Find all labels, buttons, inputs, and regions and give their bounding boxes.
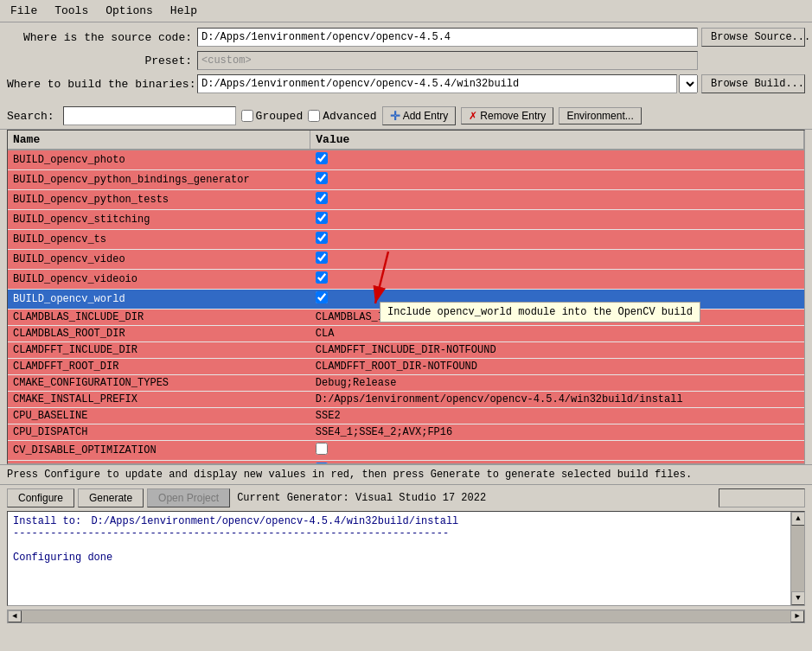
table-cell-value[interactable] (310, 270, 804, 290)
table-row[interactable]: BUILD_opencv_python_bindings_generator (8, 170, 804, 190)
entry-checkbox[interactable] (316, 443, 328, 455)
generate-button[interactable]: Generate (78, 488, 144, 507)
table-area: Name Value BUILD_opencv_photoBUILD_openc… (0, 130, 812, 511)
menu-tools[interactable]: Tools (49, 3, 93, 19)
menubar: File Tools Options Help (0, 0, 812, 22)
table-cell-value: CLAMDFFT_INCLUDE_DIR-NOTFOUND (310, 342, 804, 359)
table-row[interactable]: CLAMDBLAS_ROOT_DIRCLA (8, 326, 804, 342)
entry-checkbox[interactable] (316, 252, 328, 264)
log-scroll-down[interactable]: ▼ (791, 591, 805, 605)
col-header-value: Value (310, 131, 804, 150)
table-cell-value[interactable] (310, 250, 804, 270)
browse-build-button[interactable]: Browse Build... (701, 74, 805, 93)
table-cell-value[interactable] (310, 170, 804, 190)
table-cell-name: BUILD_opencv_videoio (8, 270, 310, 290)
log-line1: Install to: D:/Apps/1environment/opencv/… (13, 515, 785, 527)
entry-checkbox[interactable] (316, 152, 328, 164)
entry-checkbox[interactable] (316, 212, 328, 224)
advanced-label: Advanced (323, 110, 376, 123)
table-row[interactable]: BUILD_opencv_video (8, 250, 804, 270)
table-cell-name: CPU_DISPATCH (8, 424, 310, 441)
grouped-checkbox[interactable] (241, 110, 253, 122)
table-cell-name: CPU_BASELINE (8, 408, 310, 424)
preset-label: Preset: (7, 54, 197, 67)
entry-checkbox[interactable] (316, 271, 328, 284)
grouped-checkbox-label[interactable]: Grouped (241, 110, 304, 123)
log-scroll-up[interactable]: ▲ (791, 512, 805, 526)
log-content: Install to: D:/Apps/1environment/opencv/… (8, 512, 790, 605)
table-cell-name: CMAKE_CONFIGURATION_TYPES (8, 375, 310, 392)
toolbar: Search: Grouped Advanced ✛ Add Entry ✗ R… (0, 103, 812, 130)
environment-button[interactable]: Environment... (559, 107, 641, 124)
build-dropdown[interactable] (679, 74, 698, 93)
log-line2: ----------------------------------------… (13, 527, 785, 539)
log-line4: Configuring done (13, 552, 785, 564)
table-row[interactable]: CLAMDBLAS_INCLUDE_DIRCLAMDBLAS_INCLUDE_D… (8, 310, 804, 326)
advanced-checkbox[interactable] (308, 110, 320, 122)
log-scroll-right[interactable]: ► (790, 610, 804, 622)
table-cell-value[interactable] (310, 290, 804, 310)
table-row[interactable]: BUILD_opencv_photo (8, 150, 804, 170)
log-scrollbar-h[interactable]: ◄ ► (7, 610, 805, 623)
table-row[interactable]: CV_ENABLE_INTRINSICS (8, 461, 804, 465)
table-row[interactable]: CLAMDFFT_INCLUDE_DIRCLAMDFFT_INCLUDE_DIR… (8, 342, 804, 359)
table-cell-name: BUILD_opencv_photo (8, 150, 310, 170)
table-cell-name: CV_ENABLE_INTRINSICS (8, 461, 310, 465)
table-row[interactable]: CPU_BASELINESSE2 (8, 408, 804, 424)
table-row[interactable]: CMAKE_INSTALL_PREFIXD:/Apps/1environment… (8, 392, 804, 408)
remove-entry-label: Remove Entry (480, 110, 546, 122)
table-cell-value: SSE4_1;SSE4_2;AVX;FP16 (310, 424, 804, 441)
table-cell-value[interactable] (310, 441, 804, 461)
build-input[interactable] (197, 74, 677, 93)
entry-checkbox[interactable] (316, 192, 328, 204)
table-row[interactable]: BUILD_opencv_python_tests (8, 190, 804, 210)
table-row[interactable]: CV_DISABLE_OPTIMIZATION (8, 441, 804, 461)
source-label: Where is the source code: (7, 31, 197, 44)
table-cell-name: BUILD_opencv_ts (8, 230, 310, 250)
menu-options[interactable]: Options (100, 3, 158, 19)
table-cell-name: BUILD_opencv_python_bindings_generator (8, 170, 310, 190)
search-input[interactable] (63, 106, 236, 125)
add-entry-button[interactable]: ✛ Add Entry (382, 106, 457, 125)
advanced-checkbox-label[interactable]: Advanced (308, 110, 376, 123)
browse-source-button[interactable]: Browse Source... (701, 28, 805, 47)
table-cell-value[interactable] (310, 210, 804, 230)
preset-input (197, 51, 698, 70)
x-icon: ✗ (469, 110, 477, 122)
table-cell-value[interactable] (310, 190, 804, 210)
table-cell-value[interactable] (310, 230, 804, 250)
remove-entry-button[interactable]: ✗ Remove Entry (461, 107, 553, 124)
action-bar: Configure Generate Open Project Current … (0, 484, 812, 511)
table-row[interactable]: BUILD_opencv_world (8, 290, 804, 310)
table-row[interactable]: CLAMDFFT_ROOT_DIRCLAMDFFT_ROOT_DIR-NOTFO… (8, 359, 804, 375)
grouped-label: Grouped (256, 110, 304, 123)
entry-checkbox[interactable] (316, 172, 328, 184)
menu-help[interactable]: Help (165, 3, 202, 19)
table-cell-value[interactable] (310, 150, 804, 170)
log-scrollbar-v[interactable]: ▲ ▼ (790, 512, 804, 605)
table-cell-name: CMAKE_INSTALL_PREFIX (8, 392, 310, 408)
table-cell-name: CLAMDBLAS_INCLUDE_DIR (8, 310, 310, 326)
entries-table-scroll[interactable]: Name Value BUILD_opencv_photoBUILD_openc… (7, 130, 805, 464)
log-scroll-track (791, 526, 804, 591)
source-input[interactable] (197, 28, 698, 47)
table-cell-value: CLAMDBLAS_INCLUDE_DIR-NOTFOUND (310, 310, 804, 326)
table-cell-name: CLAMDFFT_INCLUDE_DIR (8, 342, 310, 359)
table-row[interactable]: BUILD_opencv_ts (8, 230, 804, 250)
preset-row: Preset: (7, 51, 805, 70)
table-cell-name: CLAMDFFT_ROOT_DIR (8, 359, 310, 375)
search-label: Search: (7, 110, 54, 123)
table-row[interactable]: BUILD_opencv_videoio (8, 270, 804, 290)
entry-checkbox[interactable] (316, 463, 328, 464)
menu-file[interactable]: File (5, 3, 42, 19)
configure-button[interactable]: Configure (7, 488, 74, 507)
entry-checkbox[interactable] (316, 232, 328, 244)
table-cell-value: Debug;Release (310, 375, 804, 392)
entry-checkbox[interactable] (316, 291, 328, 303)
table-row[interactable]: CMAKE_CONFIGURATION_TYPESDebug;Release (8, 375, 804, 392)
table-cell-value[interactable] (310, 461, 804, 465)
table-row[interactable]: CPU_DISPATCHSSE4_1;SSE4_2;AVX;FP16 (8, 424, 804, 441)
log-scroll-left[interactable]: ◄ (8, 610, 22, 622)
table-row[interactable]: BUILD_opencv_stitching (8, 210, 804, 230)
log-line3 (13, 539, 785, 552)
